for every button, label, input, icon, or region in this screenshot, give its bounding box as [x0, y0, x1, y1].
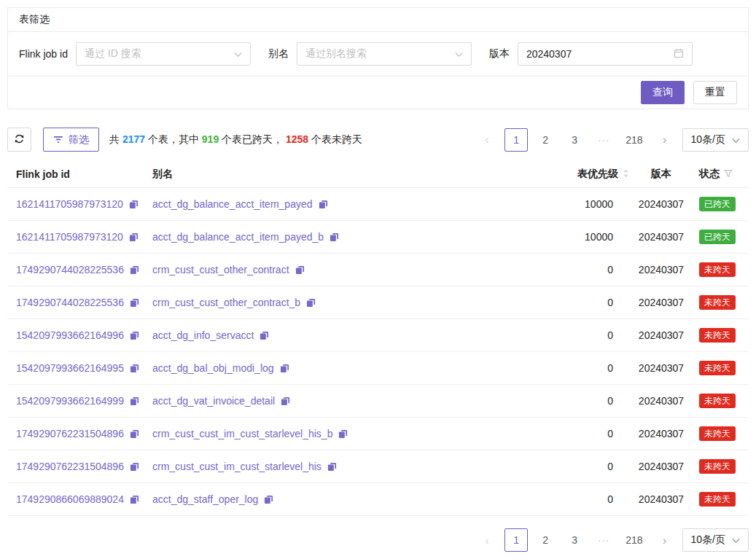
- job-id-link[interactable]: 1542097993662164995: [16, 362, 124, 374]
- page-ellipsis[interactable]: ···: [592, 528, 615, 552]
- table-header: Flink job id 别名 表优先级 版本 状态: [7, 161, 749, 188]
- priority-cell: 10000: [515, 198, 632, 210]
- job-id-link[interactable]: 1542097993662164996: [16, 329, 124, 341]
- prev-page-button[interactable]: ‹: [475, 128, 499, 152]
- chevron-down-icon: [455, 48, 463, 60]
- alias-placeholder: 通过别名搜索: [305, 47, 455, 60]
- alias-link[interactable]: acct_dg_balance_acct_item_payed_b: [152, 231, 324, 243]
- copy-icon[interactable]: [130, 298, 139, 308]
- alias-link[interactable]: acct_dg_staff_oper_log: [152, 493, 258, 505]
- copy-icon[interactable]: [129, 232, 139, 242]
- prev-page-button[interactable]: ‹: [475, 528, 499, 552]
- alias-link[interactable]: acct_dg_vat_invoice_detail: [152, 395, 275, 407]
- copy-icon[interactable]: [130, 462, 139, 472]
- refresh-button[interactable]: [7, 128, 31, 152]
- copy-icon[interactable]: [130, 331, 139, 340]
- copy-icon[interactable]: [330, 232, 339, 242]
- flink-job-id-select[interactable]: 通过 ID 搜索: [76, 42, 251, 66]
- next-page-button[interactable]: ›: [653, 128, 677, 152]
- priority-cell: 0: [515, 395, 632, 407]
- copy-icon[interactable]: [130, 495, 139, 504]
- copy-icon[interactable]: [130, 265, 139, 275]
- table-row: 1749290866069889024acct_dg_staff_oper_lo…: [7, 483, 749, 516]
- alias-link[interactable]: acct_dg_balance_acct_item_payed: [152, 198, 313, 210]
- copy-icon[interactable]: [260, 331, 269, 340]
- version-cell: 20240307: [632, 198, 690, 210]
- job-id-link[interactable]: 1542097993662164999: [16, 395, 124, 407]
- page-size-select[interactable]: 10条/页: [682, 128, 749, 152]
- col-version: 版本: [632, 168, 690, 181]
- table-row: 1621411705987973120acct_dg_balance_acct_…: [7, 188, 749, 221]
- page-button-1[interactable]: 1: [504, 128, 528, 152]
- funnel-filter-icon[interactable]: [724, 168, 733, 180]
- page-button-3[interactable]: 3: [563, 528, 586, 552]
- copy-icon[interactable]: [129, 200, 139, 209]
- version-date-input[interactable]: 20240307: [518, 42, 693, 66]
- summary-part: 个表已跨天，: [219, 133, 286, 145]
- col-priority[interactable]: 表优先级: [515, 168, 632, 181]
- page-ellipsis[interactable]: ···: [592, 128, 615, 152]
- job-id-link[interactable]: 1749290744028225536: [16, 264, 124, 275]
- alias-select[interactable]: 通过别名搜索: [297, 42, 472, 66]
- copy-icon[interactable]: [306, 298, 316, 308]
- copy-icon[interactable]: [327, 462, 337, 472]
- job-id-link[interactable]: 1749290866069889024: [16, 493, 124, 505]
- copy-icon[interactable]: [338, 429, 348, 439]
- page-button-2[interactable]: 2: [534, 128, 557, 152]
- job-id-link[interactable]: 1621411705987973120: [16, 198, 123, 210]
- alias-link[interactable]: acct_dg_bal_obj_modi_log: [152, 362, 274, 374]
- pagination-bottom: ‹123···218›10条/页: [475, 528, 749, 552]
- copy-icon[interactable]: [295, 265, 305, 275]
- page-size-select[interactable]: 10条/页: [682, 528, 749, 552]
- table-row: 1542097993662164996acct_dg_info_servacct…: [7, 319, 749, 352]
- next-page-button[interactable]: ›: [653, 528, 677, 552]
- status-badge: 未跨天: [699, 394, 736, 408]
- version-cell: 20240307: [632, 329, 690, 341]
- alias-link[interactable]: crm_cust_cust_im_cust_starlevel_his_b: [152, 428, 332, 439]
- priority-cell: 0: [515, 264, 632, 275]
- copy-icon[interactable]: [319, 200, 328, 209]
- col-alias: 别名: [146, 168, 515, 181]
- page-size-label: 10条/页: [691, 133, 725, 146]
- page-button-2[interactable]: 2: [534, 528, 557, 552]
- status-badge: 未跨天: [699, 262, 736, 277]
- copy-icon[interactable]: [281, 396, 290, 406]
- bottom-bar: ‹123···218›10条/页: [7, 528, 749, 552]
- job-id-link[interactable]: 1621411705987973120: [16, 231, 123, 243]
- alias-link[interactable]: crm_cust_cust_im_cust_starlevel_his: [152, 461, 322, 472]
- priority-cell: 0: [515, 428, 632, 439]
- reset-button[interactable]: 重置: [693, 81, 737, 104]
- status-badge: 未跨天: [699, 328, 736, 343]
- page-button-3[interactable]: 3: [563, 128, 586, 152]
- table-row: 1749290762231504896crm_cust_cust_im_cust…: [7, 418, 749, 450]
- copy-icon[interactable]: [130, 396, 139, 406]
- priority-cell: 10000: [515, 231, 632, 243]
- page-button-218[interactable]: 218: [621, 528, 647, 552]
- alias-link[interactable]: crm_cust_cust_other_contract: [152, 264, 289, 275]
- col-status: 状态: [690, 168, 749, 181]
- version-cell: 20240307: [632, 428, 690, 439]
- copy-icon[interactable]: [264, 495, 273, 504]
- sort-icon[interactable]: [623, 168, 629, 181]
- copy-icon[interactable]: [130, 429, 139, 439]
- refresh-icon: [14, 133, 25, 146]
- table-row: 1542097993662164995acct_dg_bal_obj_modi_…: [7, 352, 749, 385]
- job-id-link[interactable]: 1749290762231504896: [16, 461, 124, 472]
- filter-lines-icon: [53, 134, 63, 146]
- version-date-value: 20240307: [526, 48, 674, 60]
- version-cell: 20240307: [632, 493, 690, 505]
- col-flink-job-id: Flink job id: [7, 168, 146, 180]
- version-label: 版本: [489, 47, 510, 60]
- filter-button[interactable]: 筛选: [43, 128, 99, 152]
- version-cell: 20240307: [632, 264, 690, 275]
- alias-link[interactable]: acct_dg_info_servacct: [152, 329, 254, 341]
- alias-link[interactable]: crm_cust_cust_other_contract_b: [152, 297, 300, 308]
- page-button-218[interactable]: 218: [621, 128, 647, 152]
- copy-icon[interactable]: [130, 364, 139, 373]
- page-button-1[interactable]: 1: [504, 528, 528, 552]
- field-flink-job-id: Flink job id 通过 ID 搜索: [19, 42, 251, 66]
- job-id-link[interactable]: 1749290762231504896: [16, 428, 124, 439]
- query-button[interactable]: 查询: [641, 81, 685, 104]
- job-id-link[interactable]: 1749290744028225536: [16, 297, 124, 308]
- copy-icon[interactable]: [280, 364, 289, 373]
